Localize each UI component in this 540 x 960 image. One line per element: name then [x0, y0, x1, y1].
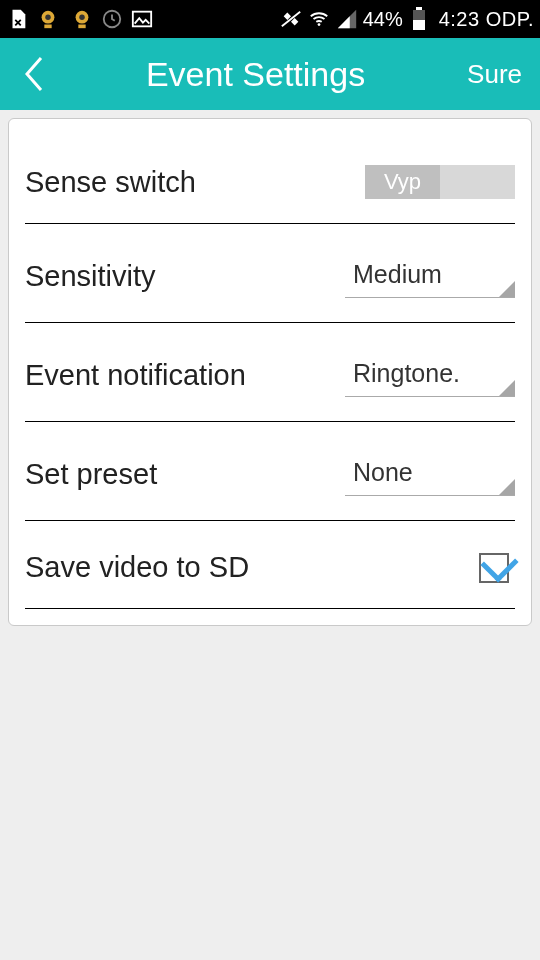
set-preset-label: Set preset	[25, 458, 335, 491]
clock: 4:23 ODP.	[439, 8, 534, 31]
event-notification-label: Event notification	[25, 359, 335, 392]
status-bar: 44% 4:23 ODP.	[0, 0, 540, 38]
app-header: Event Settings Sure	[0, 38, 540, 110]
page-title: Event Settings	[44, 55, 467, 94]
row-sense-switch: Sense switch Vyp	[25, 135, 515, 224]
row-event-notification: Event notification Ringtone.	[25, 323, 515, 422]
row-sensitivity: Sensitivity Medium	[25, 224, 515, 323]
set-preset-spinner[interactable]: None	[345, 452, 515, 496]
webcam2-icon	[70, 7, 94, 31]
svg-rect-5	[78, 25, 85, 29]
save-video-checkbox[interactable]	[479, 553, 509, 583]
vibrate-icon	[279, 7, 303, 31]
confirm-button[interactable]: Sure	[467, 59, 526, 90]
svg-rect-10	[416, 7, 422, 10]
svg-line-8	[281, 12, 299, 27]
settings-card: Sense switch Vyp Sensitivity Medium Even…	[8, 118, 532, 626]
doc-icon	[6, 7, 30, 31]
sense-switch-label: Sense switch	[25, 166, 355, 199]
sensitivity-label: Sensitivity	[25, 260, 335, 293]
picture-icon	[130, 7, 154, 31]
svg-point-9	[317, 23, 320, 26]
sense-switch-toggle[interactable]: Vyp	[365, 165, 515, 199]
signal-icon	[335, 7, 359, 31]
row-save-video: Save video to SD	[25, 521, 515, 609]
sensitivity-spinner[interactable]: Medium	[345, 254, 515, 298]
battery-pct: 44%	[363, 8, 403, 31]
webcam1-icon	[36, 7, 60, 31]
save-video-label: Save video to SD	[25, 551, 469, 584]
row-set-preset: Set preset None	[25, 422, 515, 521]
sync-icon	[100, 7, 124, 31]
wifi-icon	[307, 7, 331, 31]
svg-rect-12	[413, 20, 425, 30]
svg-rect-2	[44, 25, 51, 29]
event-notification-spinner[interactable]: Ringtone.	[345, 353, 515, 397]
svg-point-1	[45, 14, 51, 20]
svg-point-4	[79, 14, 85, 20]
toggle-thumb-off: Vyp	[365, 165, 440, 199]
svg-rect-7	[133, 12, 151, 27]
battery-icon	[407, 7, 431, 31]
status-left	[6, 7, 154, 31]
status-right: 44% 4:23 ODP.	[279, 7, 534, 31]
